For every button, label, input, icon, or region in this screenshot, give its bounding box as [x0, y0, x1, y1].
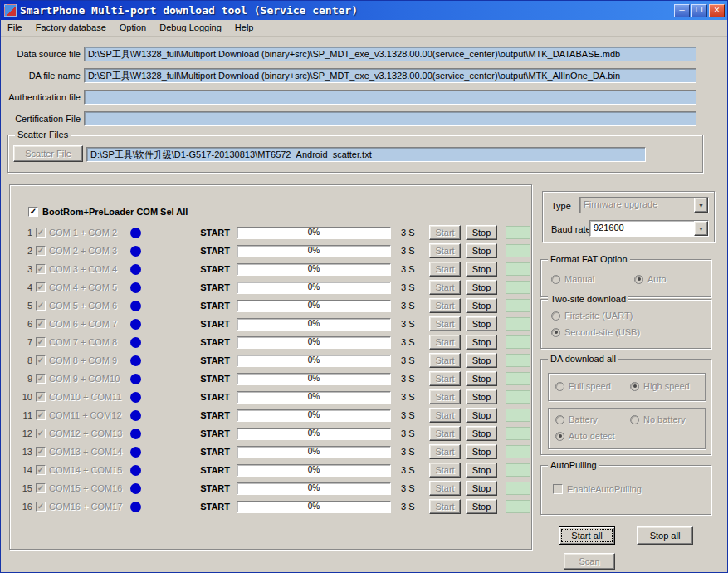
time-label: 3 S: [401, 355, 424, 365]
scatter-file-input[interactable]: [86, 147, 646, 162]
minimize-button[interactable]: ─: [674, 4, 690, 17]
com-pair-checkbox[interactable]: ✓: [36, 319, 46, 329]
data-source-input[interactable]: [84, 47, 696, 61]
com-pair-checkbox[interactable]: ✓: [36, 502, 46, 512]
start-all-button[interactable]: Start all: [559, 526, 615, 545]
row-start-button[interactable]: Start: [429, 280, 461, 295]
row-stop-button[interactable]: Stop: [466, 389, 497, 404]
radio-no-battery-label: No battery: [643, 414, 686, 424]
row-start-button[interactable]: Start: [429, 389, 461, 404]
row-stop-button[interactable]: Stop: [466, 280, 497, 295]
start-label: START: [144, 410, 230, 420]
auth-file-input[interactable]: [84, 90, 696, 105]
menu-help[interactable]: Help: [235, 22, 254, 34]
download-row: 1 ✓ COM 1 + COM 2 START 0% 3 S Start Sto…: [11, 223, 530, 242]
da-speed-subgroup: Full speed High speed: [548, 373, 706, 401]
row-start-button[interactable]: Start: [429, 444, 461, 459]
radio-first-site-uart[interactable]: First-site (UART): [551, 311, 633, 321]
com-pair-checkbox[interactable]: ✓: [36, 483, 46, 493]
menu-debug-logging[interactable]: Debug Logging: [159, 22, 222, 34]
scan-button[interactable]: Scan: [564, 553, 615, 570]
radio-high-speed[interactable]: High speed: [630, 381, 690, 391]
baud-rate-combobox-arrow[interactable]: ▼: [694, 221, 708, 236]
radio-full-speed[interactable]: Full speed: [555, 381, 611, 391]
com-pair-checkbox[interactable]: ✓: [36, 374, 46, 384]
row-start-button[interactable]: Start: [429, 335, 461, 350]
row-stop-button[interactable]: Stop: [466, 444, 497, 459]
row-stop-button[interactable]: Stop: [466, 298, 497, 313]
status-indicator-icon: [130, 355, 141, 366]
row-start-button[interactable]: Start: [429, 371, 461, 386]
com-pair-checkbox[interactable]: ✓: [36, 228, 46, 238]
radio-auto-detect[interactable]: Auto detect: [555, 431, 615, 441]
com-pair-checkbox[interactable]: ✓: [36, 282, 46, 292]
row-stop-button[interactable]: Stop: [466, 243, 497, 258]
row-stop-button[interactable]: Stop: [466, 262, 497, 277]
progress-percent: 0%: [308, 429, 320, 438]
maximize-button[interactable]: ❐: [691, 4, 707, 17]
row-start-button[interactable]: Start: [429, 225, 461, 240]
com-pair-checkbox[interactable]: ✓: [36, 410, 46, 420]
com-pair-checkbox[interactable]: ✓: [36, 465, 46, 475]
com-pair-checkbox[interactable]: ✓: [36, 429, 46, 438]
type-combobox-arrow[interactable]: ▼: [694, 198, 708, 213]
row-stop-button[interactable]: Stop: [466, 353, 497, 368]
time-label: 3 S: [401, 392, 424, 402]
row-start-button[interactable]: Start: [429, 262, 461, 277]
row-start-button[interactable]: Start: [429, 298, 461, 313]
menu-factory-database[interactable]: Factory database: [36, 22, 106, 34]
type-combobox[interactable]: Firmware upgrade ▼: [579, 197, 709, 213]
row-start-button[interactable]: Start: [429, 463, 461, 478]
cert-file-input[interactable]: [84, 111, 696, 126]
row-stop-button[interactable]: Stop: [466, 335, 497, 350]
status-indicator-icon: [130, 301, 141, 311]
row-start-button[interactable]: Start: [429, 316, 461, 331]
radio-no-battery[interactable]: No battery: [630, 414, 686, 424]
row-stop-button[interactable]: Stop: [466, 499, 497, 514]
progress-bar: 0%: [237, 263, 391, 276]
download-row: 3 ✓ COM 3 + COM 4 START 0% 3 S Start Sto…: [11, 260, 530, 278]
menu-option[interactable]: Option: [120, 22, 146, 34]
com-pair-checkbox[interactable]: ✓: [36, 355, 46, 365]
time-label: 3 S: [401, 228, 424, 238]
row-start-button[interactable]: Start: [429, 243, 461, 258]
com-pair-checkbox[interactable]: ✓: [36, 337, 46, 347]
row-start-button[interactable]: Start: [429, 499, 461, 514]
scatter-file-button[interactable]: Scatter File: [13, 145, 83, 162]
com-pair-label: COM 4 + COM 5: [49, 282, 127, 292]
select-all-checkbox[interactable]: ✓ BootRom+PreLoader COM Sel All: [28, 207, 188, 217]
com-pair-label: COM14 + COM15: [49, 465, 127, 475]
row-stop-button[interactable]: Stop: [466, 463, 497, 478]
row-stop-button[interactable]: Stop: [466, 225, 497, 240]
row-stop-button[interactable]: Stop: [466, 371, 497, 386]
com-pair-checkbox[interactable]: ✓: [36, 264, 46, 274]
row-start-button[interactable]: Start: [429, 408, 461, 423]
menu-file[interactable]: File: [7, 22, 22, 34]
row-stop-button[interactable]: Stop: [466, 426, 497, 441]
enable-autopulling-checkbox[interactable]: ✓ EnableAutoPulling: [553, 484, 642, 494]
stop-all-button[interactable]: Stop all: [637, 526, 693, 545]
row-start-button[interactable]: Start: [429, 353, 461, 368]
com-pair-checkbox[interactable]: ✓: [36, 301, 46, 311]
radio-battery[interactable]: Battery: [555, 414, 598, 424]
row-start-button[interactable]: Start: [429, 481, 461, 496]
progress-bar: 0%: [237, 391, 391, 404]
row-stop-button[interactable]: Stop: [466, 316, 497, 331]
close-button[interactable]: ✕: [709, 4, 725, 17]
row-start-button[interactable]: Start: [429, 426, 461, 441]
time-label: 3 S: [401, 502, 424, 512]
progress-bar: 0%: [237, 464, 391, 477]
radio-first-site-label: First-site (UART): [564, 311, 633, 321]
com-pair-checkbox[interactable]: ✓: [36, 246, 46, 256]
com-pair-checkbox[interactable]: ✓: [36, 392, 46, 402]
com-pair-checkbox[interactable]: ✓: [36, 447, 46, 457]
da-file-input[interactable]: [84, 68, 696, 83]
radio-manual[interactable]: Manual: [551, 274, 594, 284]
result-box: [506, 281, 530, 294]
com-pair-label: COM 3 + COM 4: [49, 264, 127, 274]
row-stop-button[interactable]: Stop: [466, 481, 497, 496]
baud-rate-combobox[interactable]: 921600 ▼: [589, 220, 709, 237]
radio-auto[interactable]: Auto: [634, 274, 667, 284]
radio-second-site-usb[interactable]: Second-site (USB): [551, 327, 640, 337]
row-stop-button[interactable]: Stop: [466, 408, 497, 423]
